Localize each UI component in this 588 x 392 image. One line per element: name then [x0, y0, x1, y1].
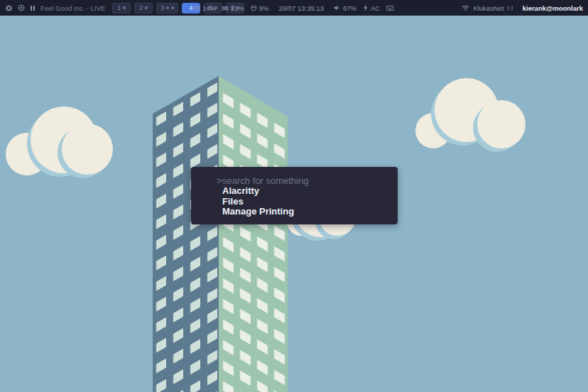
- client-dot: [166, 6, 169, 9]
- memory-stat: 21%: [222, 4, 244, 12]
- cpu-value: 14%: [202, 4, 216, 12]
- building: [153, 76, 288, 392]
- launcher-result-alacritty[interactable]: Alacritty: [191, 186, 398, 196]
- memory-icon: [222, 5, 229, 11]
- network-ssid[interactable]: KlukasNet: [473, 4, 503, 12]
- volume-value: 67%: [343, 4, 356, 12]
- pause-icon[interactable]: [30, 5, 36, 11]
- volume-stat[interactable]: 67%: [334, 4, 356, 12]
- client-dot: [145, 6, 148, 9]
- desktop: Feel Good Inc. - LIVE 1 2 3 4: [0, 0, 588, 392]
- memory-value: 21%: [231, 4, 244, 12]
- search-input[interactable]: > search for something: [191, 176, 398, 186]
- power-bolt-icon: [363, 4, 369, 11]
- app-launcher: > search for something Alacritty Files M…: [191, 167, 398, 224]
- keyboard-icon[interactable]: [386, 5, 394, 11]
- launcher-result-files[interactable]: Files: [191, 197, 398, 207]
- record-icon[interactable]: [18, 4, 25, 11]
- launcher-result-manage-printing[interactable]: Manage Printing: [191, 207, 398, 217]
- top-bar: Feel Good Inc. - LIVE 1 2 3 4: [0, 0, 588, 16]
- disk-value: 9%: [259, 4, 269, 12]
- bar-right: KlukasNet kierank@moonlark: [462, 4, 583, 12]
- bar-center: 14% 21% 9%: [194, 4, 394, 12]
- workspace-label: 4: [190, 4, 193, 11]
- workspace-label: 3: [160, 4, 164, 11]
- cloud-left: [6, 107, 113, 178]
- cpu-stat: 14%: [194, 4, 216, 12]
- client-dot: [171, 6, 174, 9]
- workspace-pill-3[interactable]: 3: [156, 3, 178, 13]
- speaker-icon: [334, 4, 341, 11]
- workspace-label: 2: [139, 4, 143, 11]
- power-stat: AC: [363, 4, 380, 12]
- wifi-icon[interactable]: [462, 4, 469, 11]
- workspace-label: 1: [117, 4, 121, 11]
- workspace-pill-2[interactable]: 2: [134, 3, 153, 13]
- cloud-right: [415, 78, 526, 152]
- client-dot: [123, 6, 126, 9]
- disk-icon: [251, 5, 257, 11]
- logged-in-user: kierank@moonlark: [523, 4, 583, 12]
- disk-stat: 9%: [251, 4, 269, 12]
- search-placeholder: search for something: [222, 176, 308, 186]
- cpu-icon: [194, 5, 200, 11]
- power-value: AC: [371, 4, 380, 12]
- clock: 29/07 13:35:13: [279, 4, 324, 12]
- now-playing-title[interactable]: Feel Good Inc. - LIVE: [40, 4, 105, 12]
- prompt-icon: >: [217, 176, 222, 186]
- traffic-arrows-icon: [508, 5, 513, 11]
- workspace-pill-1[interactable]: 1: [112, 3, 131, 13]
- gear-icon[interactable]: [5, 4, 13, 12]
